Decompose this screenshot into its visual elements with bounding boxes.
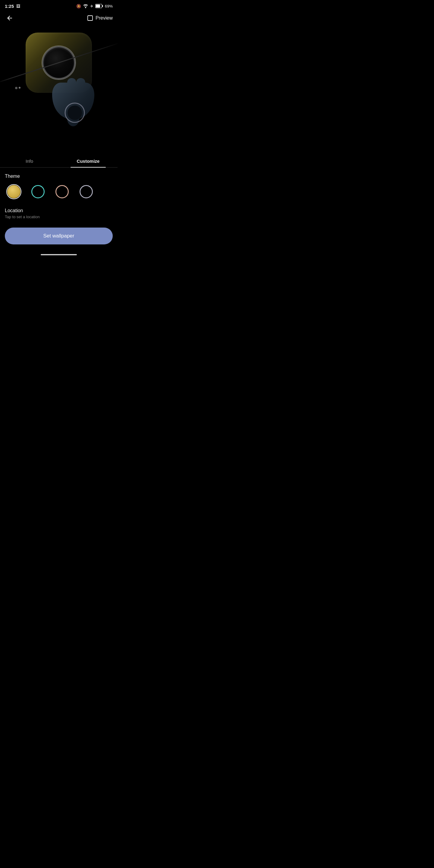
theme-section-title: Theme <box>5 174 113 179</box>
color-option-peach[interactable] <box>56 185 69 198</box>
svg-point-0 <box>85 7 86 8</box>
wand-dot2 <box>19 87 21 89</box>
blob-reflection <box>37 73 110 135</box>
location-title: Location <box>5 208 113 213</box>
wand-dot <box>15 87 18 89</box>
theme-section: Theme <box>5 174 113 198</box>
tab-info[interactable]: Info <box>0 154 59 167</box>
home-bar <box>41 254 77 255</box>
preview-button[interactable]: Preview <box>87 15 113 21</box>
status-time: 1:25 <box>5 4 14 9</box>
preview-label: Preview <box>96 16 113 21</box>
color-option-light[interactable] <box>80 185 93 198</box>
preview-square-icon <box>87 15 93 21</box>
color-option-teal[interactable] <box>31 185 44 198</box>
wifi-icon <box>83 4 88 8</box>
theme-colors <box>5 185 113 198</box>
location-section[interactable]: Location Tap to set a location <box>5 208 113 219</box>
bell-muted-icon: 🔕 <box>76 4 81 8</box>
status-bar: 1:25 🖼 🔕 ✈ 69% <box>0 0 118 11</box>
back-button[interactable] <box>5 13 14 23</box>
home-indicator <box>0 250 118 258</box>
svg-rect-2 <box>96 4 100 7</box>
airplane-icon: ✈ <box>90 4 93 8</box>
top-nav: Preview <box>0 11 118 27</box>
location-subtitle: Tap to set a location <box>5 215 113 219</box>
wallpaper-preview <box>0 27 118 153</box>
svg-rect-4 <box>88 16 93 21</box>
gallery-icon: 🖼 <box>16 4 20 8</box>
battery-icon <box>95 4 103 8</box>
battery-percent: 69% <box>105 4 113 8</box>
status-icons: 🔕 ✈ 69% <box>76 4 113 8</box>
content-area: Theme Location Tap to set a location Set… <box>0 167 118 250</box>
set-wallpaper-button[interactable]: Set wallpaper <box>5 227 113 244</box>
tab-customize[interactable]: Customize <box>59 154 118 167</box>
svg-rect-3 <box>102 5 103 7</box>
svg-point-6 <box>67 105 82 120</box>
tabs-container: Info Customize <box>0 154 118 167</box>
color-option-gold[interactable] <box>7 185 21 198</box>
